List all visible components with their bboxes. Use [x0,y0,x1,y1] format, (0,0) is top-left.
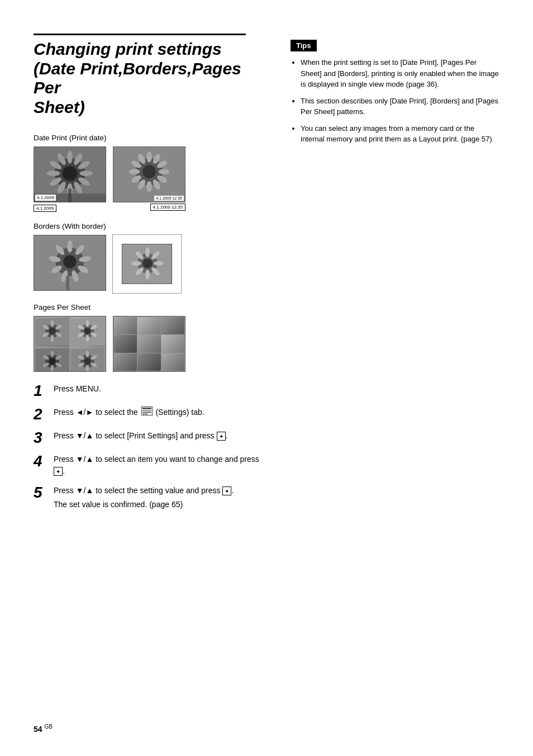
step-content-4: Press ▼/▲ to select an item you want to … [54,453,268,477]
right-column: Tips When the print setting is set to [D… [291,40,499,518]
svg-point-48 [142,258,153,268]
border-photo-inner [122,244,172,284]
with-border-photo [113,235,181,293]
tips-box: Tips When the print setting is set to [D… [291,40,499,145]
svg-point-12 [47,171,60,176]
date-overlay2: 4.1.2009 12:35 [154,196,184,201]
title-line1: Changing print settings [34,40,222,58]
step-number-2: 2 [34,407,54,422]
tip-item-2: This section describes only [Date Print]… [301,96,499,117]
content-area: Changing print settings (Date Print,Bord… [34,40,499,518]
top-rule [34,34,246,35]
step-3: 3 Press ▼/▲ to select [Print Settings] a… [34,430,268,446]
svg-point-87 [85,350,89,357]
step-2: 2 Press ◄/► to select the [34,407,268,422]
step-content-3: Press ▼/▲ to select [Print Settings] and… [54,430,268,442]
svg-point-63 [50,335,54,342]
sunflower-svg1 [34,147,106,202]
step-1: 1 Press MENU. [34,383,268,399]
svg-point-60 [50,320,54,327]
steps-section: 1 Press MENU. 2 Press ◄/► to select the [34,383,268,511]
border-svg [122,244,172,284]
pages-per-sheet-section: Pages Per Sheet [34,303,268,372]
tips-list: When the print setting is set to [Date P… [291,57,499,145]
step-number-5: 5 [34,485,54,500]
svg-point-72 [85,335,89,342]
date-print-photo1: 4.1.2009 4.1.2009 [34,147,106,212]
date-overlay1: 4.1.2009 [35,195,56,201]
step-content-5: Press ▼/▲ to select the setting value an… [54,485,268,511]
center-button-icon4: ✦ [54,467,63,476]
svg-point-36 [67,240,73,253]
date-label-box1: 4.1.2009 [34,205,56,212]
center-button-icon3: ✦ [217,432,226,441]
step-content-2: Press ◄/► to select the [54,407,268,419]
svg-rect-94 [142,408,151,409]
svg-point-68 [84,328,91,334]
svg-point-78 [50,350,54,357]
date-print-label: Date Print (Print date) [34,134,268,142]
center-button-icon5: ✦ [222,486,231,495]
svg-point-81 [50,365,54,372]
svg-point-53 [145,270,150,280]
svg-point-98 [145,414,146,415]
borders-images [34,235,268,293]
svg-point-99 [146,414,147,415]
svg-rect-95 [142,410,151,412]
9up-photo [113,316,185,372]
no-border-photo [34,235,106,291]
svg-point-15 [63,167,77,180]
date-print-section: Date Print (Print date) [34,134,268,212]
svg-point-97 [143,414,144,415]
borders-label: Borders (With border) [34,222,268,230]
svg-point-55 [131,261,141,266]
date-print-photo2: 4.1.2009 12:35 4.1.2009 12:35 [113,147,185,211]
svg-point-27 [146,181,152,192]
svg-rect-45 [66,276,69,290]
tips-header: Tips [291,40,317,51]
settings-tab-icon [141,407,153,419]
title-line2: (Date Print,Borders,Pages Per [34,59,241,97]
svg-point-3 [67,150,73,164]
svg-point-30 [129,169,140,174]
page-title: Changing print settings (Date Print,Bord… [34,40,268,117]
sunflower-svg2 [113,147,185,202]
svg-point-6 [80,171,93,176]
pages-per-sheet-images [34,316,268,372]
arrow2 [164,202,169,202]
4up-photo [34,316,106,372]
sunflower-photo1: 4.1.2009 [34,147,106,202]
svg-point-77 [49,358,55,365]
date-label-box2: 4.1.2009 12:35 [150,204,185,211]
left-column: Changing print settings (Date Print,Bord… [34,40,268,518]
svg-point-21 [146,152,152,163]
step-5: 5 Press ▼/▲ to select the setting value … [34,485,268,511]
page-container: Changing print settings (Date Print,Bord… [0,0,533,756]
step-4: 4 Press ▼/▲ to select an item you want t… [34,453,268,477]
svg-point-51 [154,261,164,266]
svg-point-90 [85,365,89,372]
svg-point-49 [145,247,150,257]
page-number: 54 GB [34,724,53,734]
pages-per-sheet-label: Pages Per Sheet [34,303,268,311]
sunflower-photo2: 4.1.2009 12:35 [113,147,185,202]
svg-point-35 [63,255,77,268]
svg-point-86 [84,358,91,365]
title-line3: Sheet) [34,98,85,116]
arrow1 [50,202,55,202]
svg-rect-96 [142,412,151,413]
step-number-1: 1 [34,383,54,399]
step-number-3: 3 [34,430,54,446]
step-number-4: 4 [34,453,54,469]
tip-item-3: You can select any images from a memory … [301,123,499,145]
svg-point-59 [49,328,55,334]
svg-point-20 [142,165,156,178]
borders-section: Borders (With border) [34,222,268,293]
svg-point-69 [85,320,89,327]
no-border-svg [34,235,106,290]
step-content-1: Press MENU. [54,383,268,395]
svg-point-24 [159,169,170,174]
tip-item-1: When the print setting is set to [Date P… [301,57,499,90]
date-print-images: 4.1.2009 4.1.2009 [34,147,268,212]
